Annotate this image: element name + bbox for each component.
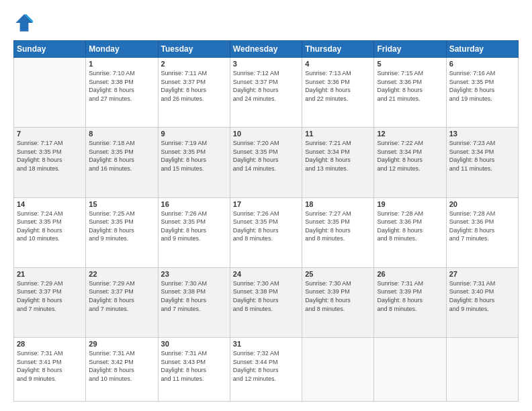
calendar-cell: 3Sunrise: 7:12 AM Sunset: 3:37 PM Daylig…	[230, 58, 302, 128]
calendar-week-row: 7Sunrise: 7:17 AM Sunset: 3:35 PM Daylig…	[14, 128, 519, 197]
day-info: Sunrise: 7:29 AM Sunset: 3:37 PM Dayligh…	[89, 279, 154, 313]
day-info: Sunrise: 7:21 AM Sunset: 3:34 PM Dayligh…	[305, 139, 371, 173]
day-info: Sunrise: 7:11 AM Sunset: 3:37 PM Dayligh…	[161, 69, 227, 103]
calendar-week-row: 28Sunrise: 7:31 AM Sunset: 3:41 PM Dayli…	[14, 338, 519, 402]
page: SundayMondayTuesdayWednesdayThursdayFrid…	[0, 0, 532, 411]
day-info: Sunrise: 7:28 AM Sunset: 3:36 PM Dayligh…	[377, 210, 443, 243]
day-number: 4	[305, 60, 371, 68]
day-number: 22	[89, 270, 154, 278]
calendar-cell: 16Sunrise: 7:26 AM Sunset: 3:35 PM Dayli…	[158, 197, 230, 267]
calendar-cell: 28Sunrise: 7:31 AM Sunset: 3:41 PM Dayli…	[14, 338, 86, 402]
calendar-week-row: 21Sunrise: 7:29 AM Sunset: 3:37 PM Dayli…	[14, 267, 519, 337]
day-info: Sunrise: 7:31 AM Sunset: 3:43 PM Dayligh…	[161, 349, 227, 383]
calendar-cell	[374, 338, 446, 402]
day-number: 10	[233, 130, 299, 138]
calendar-cell: 20Sunrise: 7:28 AM Sunset: 3:36 PM Dayli…	[446, 197, 518, 267]
day-info: Sunrise: 7:27 AM Sunset: 3:35 PM Dayligh…	[305, 210, 371, 243]
day-info: Sunrise: 7:15 AM Sunset: 3:36 PM Dayligh…	[377, 69, 443, 103]
day-number: 6	[449, 60, 515, 68]
calendar-cell: 2Sunrise: 7:11 AM Sunset: 3:37 PM Daylig…	[158, 58, 230, 128]
day-info: Sunrise: 7:31 AM Sunset: 3:40 PM Dayligh…	[449, 279, 515, 313]
calendar-table: SundayMondayTuesdayWednesdayThursdayFrid…	[13, 40, 519, 402]
day-info: Sunrise: 7:26 AM Sunset: 3:35 PM Dayligh…	[233, 210, 299, 243]
day-info: Sunrise: 7:31 AM Sunset: 3:42 PM Dayligh…	[89, 349, 154, 383]
calendar-cell: 27Sunrise: 7:31 AM Sunset: 3:40 PM Dayli…	[446, 267, 518, 337]
calendar-cell: 11Sunrise: 7:21 AM Sunset: 3:34 PM Dayli…	[302, 128, 374, 197]
day-number: 24	[233, 270, 299, 278]
day-info: Sunrise: 7:32 AM Sunset: 3:44 PM Dayligh…	[233, 349, 299, 383]
day-info: Sunrise: 7:24 AM Sunset: 3:35 PM Dayligh…	[17, 210, 83, 243]
day-info: Sunrise: 7:31 AM Sunset: 3:41 PM Dayligh…	[17, 349, 83, 383]
day-info: Sunrise: 7:30 AM Sunset: 3:38 PM Dayligh…	[233, 279, 299, 313]
calendar-cell: 26Sunrise: 7:31 AM Sunset: 3:39 PM Dayli…	[374, 267, 446, 337]
day-number: 13	[449, 130, 515, 138]
calendar-cell: 29Sunrise: 7:31 AM Sunset: 3:42 PM Dayli…	[86, 338, 158, 402]
day-info: Sunrise: 7:31 AM Sunset: 3:39 PM Dayligh…	[377, 279, 443, 313]
calendar-cell: 15Sunrise: 7:25 AM Sunset: 3:35 PM Dayli…	[86, 197, 158, 267]
calendar-cell: 1Sunrise: 7:10 AM Sunset: 3:38 PM Daylig…	[86, 58, 158, 128]
calendar-week-row: 1Sunrise: 7:10 AM Sunset: 3:38 PM Daylig…	[14, 58, 519, 128]
day-header-tuesday: Tuesday	[158, 41, 230, 58]
day-number: 30	[161, 340, 227, 348]
calendar-cell	[14, 58, 86, 128]
day-info: Sunrise: 7:17 AM Sunset: 3:35 PM Dayligh…	[17, 139, 83, 173]
calendar-cell: 23Sunrise: 7:30 AM Sunset: 3:38 PM Dayli…	[158, 267, 230, 337]
logo	[13, 12, 38, 34]
day-number: 18	[305, 200, 371, 208]
day-info: Sunrise: 7:16 AM Sunset: 3:35 PM Dayligh…	[449, 69, 515, 103]
day-info: Sunrise: 7:12 AM Sunset: 3:37 PM Dayligh…	[233, 69, 299, 103]
day-number: 17	[233, 200, 299, 208]
calendar-cell: 9Sunrise: 7:19 AM Sunset: 3:35 PM Daylig…	[158, 128, 230, 197]
header	[13, 12, 519, 34]
day-number: 26	[377, 270, 443, 278]
day-header-wednesday: Wednesday	[230, 41, 302, 58]
day-number: 3	[233, 60, 299, 68]
calendar-week-row: 14Sunrise: 7:24 AM Sunset: 3:35 PM Dayli…	[14, 197, 519, 267]
day-number: 15	[89, 200, 154, 208]
day-header-monday: Monday	[86, 41, 158, 58]
svg-marker-0	[15, 14, 33, 32]
calendar-cell: 22Sunrise: 7:29 AM Sunset: 3:37 PM Dayli…	[86, 267, 158, 337]
calendar-cell: 5Sunrise: 7:15 AM Sunset: 3:36 PM Daylig…	[374, 58, 446, 128]
day-number: 23	[161, 270, 227, 278]
day-number: 21	[17, 270, 83, 278]
calendar-cell: 14Sunrise: 7:24 AM Sunset: 3:35 PM Dayli…	[14, 197, 86, 267]
day-number: 28	[17, 340, 83, 348]
day-number: 2	[161, 60, 227, 68]
day-number: 25	[305, 270, 371, 278]
calendar-cell	[446, 338, 518, 402]
calendar-cell: 21Sunrise: 7:29 AM Sunset: 3:37 PM Dayli…	[14, 267, 86, 337]
day-number: 7	[17, 130, 83, 138]
day-info: Sunrise: 7:18 AM Sunset: 3:35 PM Dayligh…	[89, 139, 154, 173]
day-number: 1	[89, 60, 154, 68]
day-info: Sunrise: 7:13 AM Sunset: 3:36 PM Dayligh…	[305, 69, 371, 103]
day-header-friday: Friday	[374, 41, 446, 58]
calendar-cell: 7Sunrise: 7:17 AM Sunset: 3:35 PM Daylig…	[14, 128, 86, 197]
calendar-cell: 8Sunrise: 7:18 AM Sunset: 3:35 PM Daylig…	[86, 128, 158, 197]
day-number: 31	[233, 340, 299, 348]
day-number: 8	[89, 130, 154, 138]
day-number: 29	[89, 340, 154, 348]
calendar-header-row: SundayMondayTuesdayWednesdayThursdayFrid…	[14, 41, 519, 58]
day-info: Sunrise: 7:25 AM Sunset: 3:35 PM Dayligh…	[89, 210, 154, 243]
day-info: Sunrise: 7:30 AM Sunset: 3:39 PM Dayligh…	[305, 279, 371, 313]
day-info: Sunrise: 7:10 AM Sunset: 3:38 PM Dayligh…	[89, 69, 154, 103]
calendar-cell: 12Sunrise: 7:22 AM Sunset: 3:34 PM Dayli…	[374, 128, 446, 197]
day-number: 19	[377, 200, 443, 208]
day-info: Sunrise: 7:30 AM Sunset: 3:38 PM Dayligh…	[161, 279, 227, 313]
day-number: 11	[305, 130, 371, 138]
logo-icon	[13, 12, 35, 34]
day-header-saturday: Saturday	[446, 41, 518, 58]
calendar-cell: 13Sunrise: 7:23 AM Sunset: 3:34 PM Dayli…	[446, 128, 518, 197]
calendar-cell: 17Sunrise: 7:26 AM Sunset: 3:35 PM Dayli…	[230, 197, 302, 267]
day-number: 14	[17, 200, 83, 208]
day-header-thursday: Thursday	[302, 41, 374, 58]
day-info: Sunrise: 7:22 AM Sunset: 3:34 PM Dayligh…	[377, 139, 443, 173]
calendar-cell: 30Sunrise: 7:31 AM Sunset: 3:43 PM Dayli…	[158, 338, 230, 402]
day-info: Sunrise: 7:28 AM Sunset: 3:36 PM Dayligh…	[449, 210, 515, 243]
day-info: Sunrise: 7:29 AM Sunset: 3:37 PM Dayligh…	[17, 279, 83, 313]
day-info: Sunrise: 7:23 AM Sunset: 3:34 PM Dayligh…	[449, 139, 515, 173]
calendar-cell: 19Sunrise: 7:28 AM Sunset: 3:36 PM Dayli…	[374, 197, 446, 267]
calendar-cell	[302, 338, 374, 402]
day-info: Sunrise: 7:19 AM Sunset: 3:35 PM Dayligh…	[161, 139, 227, 173]
